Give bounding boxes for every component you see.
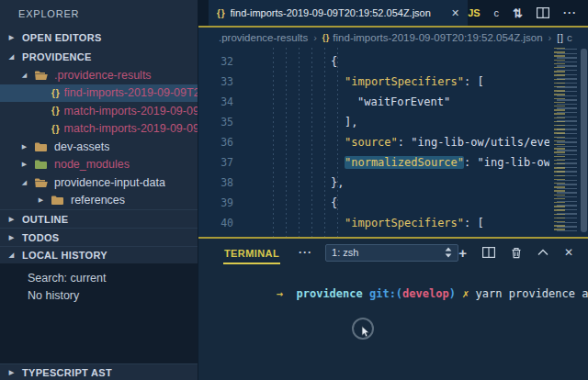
code-token: "waitForEvent" [357, 95, 450, 108]
tree-item-providence-input-data[interactable]: ◢providence-input-data [0, 173, 198, 192]
maximize-panel-chevron-icon[interactable] [537, 249, 548, 256]
code-line-35: 35], [198, 112, 588, 132]
js-badge-icon[interactable]: JS [468, 7, 480, 18]
terminal-more-icon[interactable]: ··· [299, 246, 312, 259]
folder-icon [34, 140, 49, 152]
code-lines: 32{33"importSpecifiers": [34"waitForEven… [198, 51, 588, 237]
json-file-icon: { } [217, 8, 224, 18]
tree-item-match-imports-2019-09-09t[interactable]: { }match-imports-2019-09-09T... [0, 120, 198, 139]
line-content: "normalizedSource": "ing-lib-ow [248, 156, 550, 169]
tree-item-label: node_modules [54, 158, 130, 171]
line-number: 39 [198, 196, 248, 209]
local-history-search[interactable]: Search: current [28, 270, 198, 287]
line-number: 34 [198, 95, 248, 108]
section-label: OPEN EDITORS [22, 32, 102, 43]
breadcrumb-item[interactable]: { }find-imports-2019-09-09T20:19:52.054Z… [322, 32, 543, 43]
terminal-shell-select[interactable]: 1: zsh [325, 244, 458, 262]
prompt-token-dir: providence [296, 287, 362, 300]
editor-scrollbar[interactable] [581, 49, 587, 232]
tree-item-references[interactable]: ▶references [0, 192, 198, 210]
section-local-history[interactable]: ◢ LOCAL HISTORY [0, 246, 198, 263]
code-token: "importSpecifiers" [345, 75, 464, 88]
section-outline[interactable]: ▶ OUTLINE [0, 209, 198, 228]
code-token: "ing-lib-ow [478, 156, 550, 169]
line-content: ], [248, 116, 357, 129]
mouse-cursor [352, 318, 374, 340]
prompt-token-git: ) [449, 287, 456, 300]
code-token: "ing-lib-ow/utils/eve [411, 136, 550, 149]
chevron-right-icon: ▶ [7, 216, 16, 223]
code-line-40: 40"importSpecifiers": [ [198, 213, 588, 233]
breadcrumb-item[interactable]: .providence-results [219, 32, 308, 43]
line-content: }, [248, 176, 344, 189]
code-token: "source" [345, 136, 398, 149]
json-file-icon: { } [51, 124, 59, 134]
pointer-arrow-icon [361, 326, 370, 338]
code-line-39: 39{ [198, 193, 588, 213]
tree-item-providence-results[interactable]: ◢.providence-results [0, 66, 198, 84]
json-file-icon: { } [51, 88, 59, 98]
tree-item-dev-assets[interactable]: ▶dev-assets [0, 138, 198, 156]
tree-item-match-imports-2019-09-09t[interactable]: { }match-imports-2019-09-09T... [0, 102, 198, 120]
minimap[interactable] [551, 48, 577, 233]
chevron-down-icon: ◢ [7, 251, 16, 259]
folder-open-icon [34, 69, 49, 81]
tree-item-node-modules[interactable]: ▶node_modules [0, 156, 198, 174]
tab-find-imports-json[interactable]: { } find-imports-2019-09-09T20:19:52.054… [209, 0, 468, 26]
split-editor-icon[interactable] [537, 7, 549, 18]
section-label: LOCAL HISTORY [22, 250, 107, 261]
tab-terminal[interactable]: TERMINAL [223, 241, 280, 264]
more-actions-icon[interactable]: ··· [563, 6, 577, 19]
prompt-token-plain [469, 287, 475, 300]
vscode-window: EXPLORER ▶ OPEN EDITORS ◢ PROVIDENCE ◢.p… [0, 0, 588, 380]
section-open-editors[interactable]: ▶ OPEN EDITORS [0, 28, 198, 47]
line-number: 32 [198, 55, 248, 68]
prompt-token-branch: develop [402, 287, 449, 300]
code-token: { [331, 196, 337, 209]
shell-select-value: 1: zsh [332, 247, 358, 258]
terminal-panel: TERMINAL ··· 1: zsh + [198, 237, 588, 380]
section-todos[interactable]: ▶ TODOS [0, 228, 198, 246]
compare-changes-icon[interactable]: ⇅ [513, 6, 523, 20]
code-line-37: 37"normalizedSource": "ing-lib-ow [198, 152, 588, 173]
terminal-body[interactable]: → providence git:(develop) ✗ yarn provid… [198, 266, 588, 380]
line-number: 38 [198, 176, 248, 189]
code-token: { [331, 55, 337, 68]
code-token: : [ [464, 75, 484, 88]
close-tab-icon[interactable]: ✕ [451, 7, 459, 19]
line-content: "waitForEvent" [248, 95, 450, 108]
prompt-token-git: git:( [369, 287, 402, 300]
file-tree: ◢.providence-results{ }find-imports-2019… [0, 66, 198, 209]
breadcrumb-separator-icon: › [313, 32, 317, 43]
select-arrows-icon [445, 247, 452, 258]
editor-area: { } find-imports-2019-09-09T20:19:52.054… [198, 0, 588, 380]
npm-folder-icon [34, 159, 49, 171]
line-number: 33 [198, 75, 248, 88]
editor-actions: JS c ⇅ ··· [468, 0, 588, 26]
prompt-token-plain [283, 287, 296, 300]
tree-item-label: match-imports-2019-09-09T... [64, 122, 198, 135]
local-history-panel: Search: current No history [0, 263, 198, 363]
split-terminal-icon[interactable] [482, 247, 495, 258]
array-symbol-icon: [ ] [557, 32, 562, 43]
code-line-33: 33"importSpecifiers": [ [198, 72, 588, 92]
section-typescript-ast[interactable]: ▶ TYPESCRIPT AST [0, 363, 198, 380]
breadcrumb-item[interactable]: [ ]c [557, 32, 572, 43]
prompt-token-cmd: yarn providence analyze [476, 287, 588, 300]
tree-item-label: .providence-results [54, 69, 152, 82]
prompt-token-arrow: → [277, 287, 283, 300]
line-content: { [248, 55, 337, 68]
c-action-icon[interactable]: c [494, 7, 500, 18]
chevron-right-icon: ▶ [7, 369, 16, 376]
prompt-token-plain [363, 287, 369, 300]
kill-terminal-trash-icon[interactable] [511, 247, 522, 259]
breadcrumb-label: c [567, 32, 572, 43]
new-terminal-icon[interactable]: + [458, 246, 467, 260]
breadcrumb-label: .providence-results [219, 32, 308, 43]
close-panel-icon[interactable]: ✕ [564, 246, 573, 259]
code-line-32: 32{ [198, 51, 588, 72]
code-editor[interactable]: 32{33"importSpecifiers": [34"waitForEven… [198, 48, 588, 237]
line-content: "source": "ing-lib-ow/utils/eve [248, 136, 550, 149]
section-providence[interactable]: ◢ PROVIDENCE [0, 47, 198, 66]
tree-item-find-imports-2019-09-09t20[interactable]: { }find-imports-2019-09-09T20... [0, 84, 198, 103]
